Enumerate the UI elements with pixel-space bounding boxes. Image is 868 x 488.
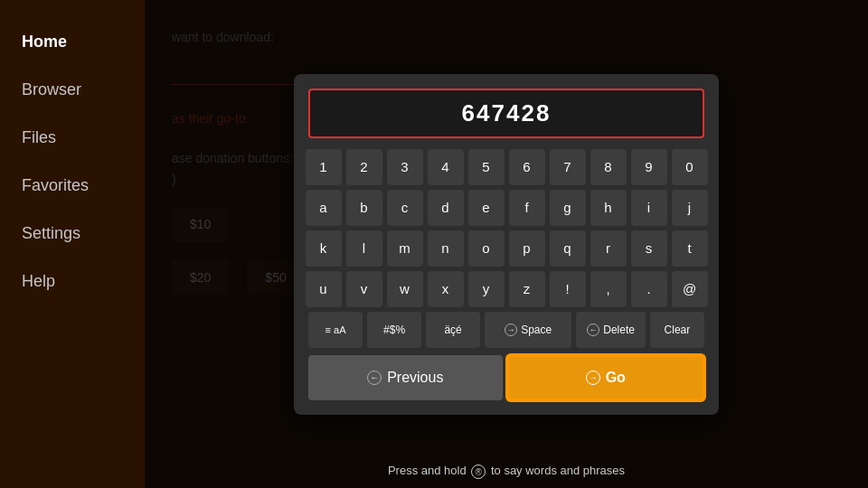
key-y[interactable]: y (468, 271, 505, 307)
letter-row-3: u v w x y z ! , . @ (308, 271, 704, 307)
keyboard-modal: 647428 1 2 3 4 5 6 7 8 9 0 a b c d (294, 74, 719, 415)
key-symbols2[interactable]: #$% (367, 312, 421, 348)
number-row: 1 2 3 4 5 6 7 8 9 0 (308, 149, 704, 185)
key-9[interactable]: 9 (631, 149, 667, 185)
special-row: ≡ aA #$% äçé → Space ← Delete Clear (308, 312, 704, 348)
sidebar: Home Browser Files Favorites Settings He… (0, 0, 145, 488)
key-z[interactable]: z (509, 271, 545, 307)
key-j[interactable]: j (672, 190, 708, 226)
key-d[interactable]: d (428, 190, 464, 226)
key-g[interactable]: g (550, 190, 586, 226)
key-7[interactable]: 7 (550, 149, 586, 185)
sidebar-item-browser[interactable]: Browser (0, 66, 145, 114)
key-symbols3[interactable]: äçé (426, 312, 480, 348)
key-symbols1[interactable]: ≡ aA (308, 312, 363, 348)
key-x[interactable]: x (428, 271, 464, 307)
key-exclaim[interactable]: ! (550, 271, 586, 307)
previous-icon: ← (367, 371, 382, 385)
go-icon: → (586, 371, 600, 385)
modal-overlay: 647428 1 2 3 4 5 6 7 8 9 0 a b c d (145, 0, 868, 488)
key-0[interactable]: 0 (672, 149, 708, 185)
key-c[interactable]: c (387, 190, 423, 226)
key-n[interactable]: n (428, 230, 464, 267)
key-8[interactable]: 8 (590, 149, 627, 185)
key-1[interactable]: 1 (306, 149, 342, 185)
key-r[interactable]: r (590, 230, 627, 267)
input-value: 647428 (462, 99, 552, 127)
key-u[interactable]: u (306, 271, 342, 307)
key-e[interactable]: e (468, 190, 505, 226)
letter-row-2: k l m n o p q r s t (308, 230, 704, 267)
sidebar-item-help[interactable]: Help (0, 258, 145, 305)
key-delete[interactable]: ← Delete (576, 312, 646, 348)
key-4[interactable]: 4 (428, 149, 464, 185)
key-m[interactable]: m (387, 230, 423, 267)
sidebar-item-settings[interactable]: Settings (0, 210, 145, 258)
key-clear[interactable]: Clear (650, 312, 704, 348)
sidebar-item-favorites[interactable]: Favorites (0, 162, 145, 210)
input-display: 647428 (308, 89, 704, 138)
key-o[interactable]: o (468, 230, 505, 267)
key-k[interactable]: k (306, 230, 342, 267)
sidebar-item-home[interactable]: Home (0, 18, 145, 66)
key-b[interactable]: b (346, 190, 382, 226)
key-v[interactable]: v (346, 271, 382, 307)
key-period[interactable]: . (631, 271, 667, 307)
key-3[interactable]: 3 (387, 149, 423, 185)
keyboard: 1 2 3 4 5 6 7 8 9 0 a b c d e f g h (308, 149, 704, 348)
go-button[interactable]: → Go (507, 355, 705, 400)
key-s[interactable]: s (631, 230, 667, 267)
hint-icon: ® (471, 465, 486, 479)
key-a[interactable]: a (306, 190, 342, 226)
key-q[interactable]: q (550, 230, 586, 267)
hint-bar: Press and hold ® to say words and phrase… (145, 464, 868, 479)
action-row: ← Previous → Go (308, 355, 704, 400)
key-l[interactable]: l (346, 230, 382, 267)
key-p[interactable]: p (509, 230, 545, 267)
key-h[interactable]: h (590, 190, 627, 226)
previous-button[interactable]: ← Previous (308, 355, 503, 400)
key-comma[interactable]: , (590, 271, 627, 307)
key-6[interactable]: 6 (509, 149, 545, 185)
sidebar-item-files[interactable]: Files (0, 114, 145, 162)
key-5[interactable]: 5 (468, 149, 505, 185)
key-space[interactable]: → Space (485, 312, 571, 348)
key-i[interactable]: i (631, 190, 667, 226)
key-t[interactable]: t (672, 230, 708, 267)
letter-row-1: a b c d e f g h i j (308, 190, 704, 226)
key-w[interactable]: w (387, 271, 423, 307)
key-2[interactable]: 2 (346, 149, 382, 185)
key-at[interactable]: @ (672, 271, 708, 307)
key-f[interactable]: f (509, 190, 545, 226)
